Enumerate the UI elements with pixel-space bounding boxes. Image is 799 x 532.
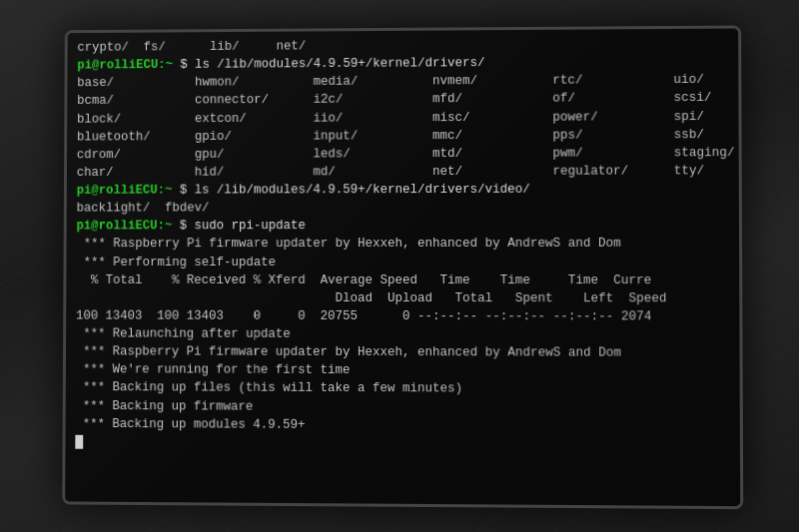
cmd-3: $ sudo rpi-update — [172, 219, 306, 233]
line-8: char/ hid/ md/ net/ regulator/ tty/ — [77, 162, 729, 182]
line-17: *** Relaunching after update — [76, 324, 729, 343]
line-7: cdrom/ gpu/ leds/ mtd/ pwm/ staging/ wat… — [77, 143, 729, 163]
line-11: pi@rolliECU:~ $ sudo rpi-update — [76, 216, 728, 235]
line-12: *** Raspberry Pi firmware updater by Hex… — [76, 235, 729, 254]
line-22: *** Backing up modules 4.9.59+ — [75, 414, 729, 435]
line-18: *** Raspberry Pi firmware updater by Hex… — [76, 342, 730, 362]
cmd-2: $ ls /lib/modules/4.9.59+/kernel/drivers… — [172, 182, 529, 197]
cursor — [75, 434, 83, 448]
line-5: block/ extcon/ iio/ misc/ power/ spi/ vi… — [77, 107, 728, 128]
terminal-screen: crypto/ fs/ lib/ net/ pi@rolliECU:~ $ ls… — [65, 28, 740, 506]
line-23 — [75, 432, 729, 454]
line-4: bcma/ connector/ i2c/ mfd/ of/ scsi/ usb… — [77, 89, 728, 110]
line-10: backlight/ fbdev/ — [77, 198, 729, 217]
line-13: *** Performing self-update — [76, 253, 729, 270]
prompt-3: pi@rolliECU:~ — [76, 219, 172, 233]
prompt-1: pi@rolliECU:~ — [77, 58, 173, 72]
line-19: *** We're running for the first time — [76, 360, 730, 380]
line-16: 100 13403 100 13403 0 0 20755 0 --:--:--… — [76, 306, 729, 325]
prompt-2: pi@rolliECU:~ — [77, 183, 173, 197]
line-15: Dload Upload Total Spent Left Speed — [76, 288, 729, 307]
monitor: crypto/ fs/ lib/ net/ pi@rolliECU:~ $ ls… — [62, 25, 743, 509]
line-20: *** Backing up files (this will take a f… — [76, 378, 730, 399]
line-6: bluetooth/ gpio/ input/ mmc/ pps/ ssb/ w… — [77, 125, 729, 146]
line-21: *** Backing up firmware — [75, 396, 729, 417]
line-9: pi@rolliECU:~ $ ls /lib/modules/4.9.59+/… — [77, 180, 729, 200]
line-14: % Total % Received % Xferd Average Speed… — [76, 270, 729, 288]
cmd-1: $ ls /lib/modules/4.9.59+/kernel/drivers… — [173, 56, 485, 72]
